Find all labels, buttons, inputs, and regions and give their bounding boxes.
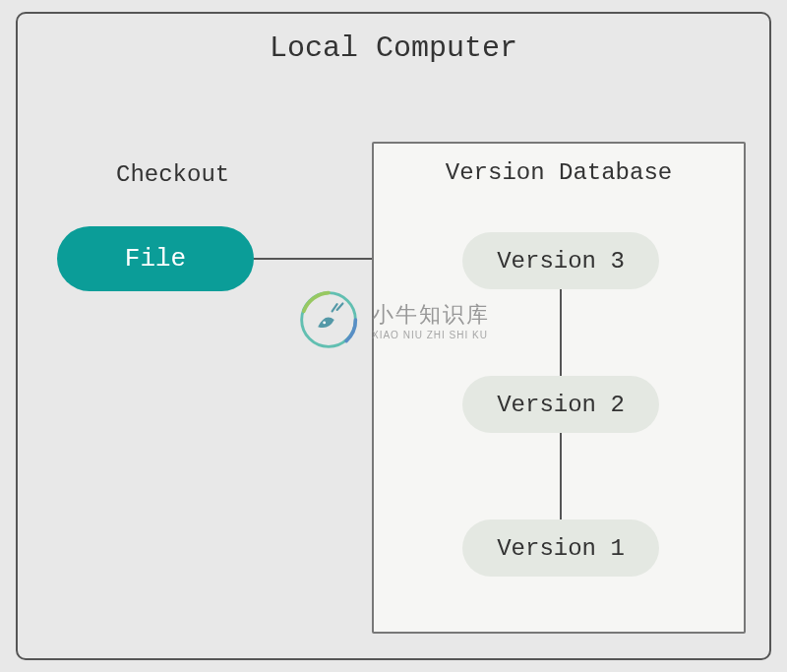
connector-v2-v1 (560, 433, 562, 519)
version-node-3: Version 3 (462, 232, 659, 289)
file-node-label: File (125, 244, 186, 274)
watermark-text-pinyin: XIAO NIU ZHI SHI KU (372, 330, 490, 340)
watermark: 小牛知识库 XIAO NIU ZHI SHI KU (293, 284, 490, 355)
file-node: File (57, 226, 254, 291)
diagram-title: Local Computer (18, 31, 769, 65)
version-node-1: Version 1 (462, 519, 659, 577)
version-database-box: Version Database Version 3 Version 2 Ver… (372, 142, 746, 634)
checkout-label: Checkout (116, 161, 229, 188)
watermark-text-cn: 小牛知识库 (372, 300, 490, 330)
version-node-2: Version 2 (462, 376, 659, 433)
version-node-label: Version 3 (497, 248, 625, 275)
svg-point-1 (323, 321, 326, 324)
watermark-text: 小牛知识库 XIAO NIU ZHI SHI KU (372, 300, 490, 340)
connector-v3-v2 (560, 289, 562, 376)
watermark-logo-icon (293, 284, 364, 355)
local-computer-frame: Local Computer Checkout File Version Dat… (16, 12, 771, 660)
version-node-label: Version 1 (497, 535, 625, 562)
version-database-title: Version Database (374, 159, 744, 186)
version-node-label: Version 2 (497, 392, 625, 418)
